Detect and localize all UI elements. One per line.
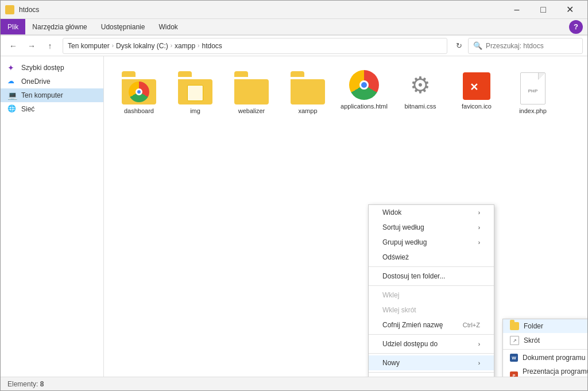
- title-bar-icon: [5, 5, 14, 14]
- submenu-item-skrot[interactable]: ↗ Skrót: [503, 333, 587, 348]
- context-menu: Widok › Sortuj według › Grupuj według › …: [368, 204, 494, 377]
- svg-text:✕: ✕: [470, 82, 478, 93]
- menu-item-sortuj[interactable]: Sortuj według ›: [369, 220, 494, 235]
- search-icon: 🔍: [473, 41, 482, 50]
- menu-item-cofnij[interactable]: Cofnij Zmień nazwę Ctrl+Z: [369, 318, 494, 332]
- submenu-label-word: Dokument programu Microsoft Word: [523, 354, 587, 362]
- word-small-icon: W: [510, 354, 518, 362]
- crumb-xampp[interactable]: xampp: [175, 42, 195, 50]
- crumb-sep-3: ›: [198, 42, 199, 49]
- sidebar-item-onedrive[interactable]: ☁ OneDrive: [1, 75, 103, 88]
- search-bar[interactable]: 🔍: [468, 38, 583, 54]
- menu-item-odswiez[interactable]: Odśwież: [369, 250, 494, 265]
- file-label-webalizer: webalizer: [238, 107, 265, 115]
- menu-sep-5: [369, 372, 494, 373]
- file-item-favicon[interactable]: ✕ favicon.ico: [451, 65, 502, 119]
- submenu-item-word[interactable]: W Dokument programu Microsoft Word: [503, 351, 587, 365]
- breadcrumb: Ten komputer › Dysk lokalny (C:) › xampp…: [68, 42, 222, 50]
- menu-arrow-nowy: ›: [478, 360, 480, 366]
- file-label-bitnami: bitnami.css: [404, 102, 436, 110]
- sidebar-item-tencomputer[interactable]: 💻 Ten komputer: [1, 88, 103, 102]
- network-icon: 🌐: [7, 104, 17, 114]
- menu-label-dostosuj: Dostosuj ten folder...: [382, 272, 445, 280]
- crumb-dysk[interactable]: Dysk lokalny (C:): [116, 42, 168, 50]
- menu-sep-3: [369, 334, 494, 335]
- submenu-item-ppt[interactable]: P Prezentacja programu Microsoft PowerPo…: [503, 365, 587, 377]
- menu-label-cofnij: Cofnij Zmień nazwę: [382, 321, 443, 329]
- tab-udostepnianie[interactable]: Udostępnianie: [94, 19, 152, 34]
- title-bar-controls: – □ ✕: [504, 1, 583, 19]
- sidebar-label-szybkidostep: Szybki dostęp: [21, 64, 64, 72]
- menu-arrow-udziel: ›: [478, 341, 480, 347]
- menu-label-wklejskrot: Wklej skrót: [382, 306, 416, 314]
- up-button[interactable]: ↑: [42, 38, 58, 54]
- search-input[interactable]: [486, 42, 578, 50]
- close-button[interactable]: ✕: [556, 1, 583, 19]
- star-icon: ✦: [7, 63, 17, 72]
- menu-item-grupuj[interactable]: Grupuj według ›: [369, 235, 494, 250]
- file-label-applications: applications.html: [341, 102, 388, 110]
- file-label-img: img: [190, 107, 200, 115]
- submenu-item-folder[interactable]: Folder ⬡: [503, 319, 587, 333]
- sidebar-item-siec[interactable]: 🌐 Sieć: [1, 102, 103, 116]
- menu-item-dostosuj[interactable]: Dostosuj ten folder...: [369, 269, 494, 284]
- menu-item-wlasciwosci[interactable]: Właściwości: [369, 374, 494, 377]
- menu-label-grupuj: Grupuj według: [382, 238, 427, 246]
- submenu-sep-1: [503, 349, 587, 350]
- sidebar-item-szybkidostep[interactable]: ✦ Szybki dostęp: [1, 61, 103, 75]
- sidebar-label-onedrive: OneDrive: [21, 78, 51, 86]
- ribbon: Plik Narzędzia główne Udostępnianie Wido…: [1, 19, 587, 36]
- shortcut-small-icon: ↗: [510, 336, 519, 345]
- crumb-tencomputer[interactable]: Ten komputer: [68, 42, 110, 50]
- cloud-icon: ☁: [7, 77, 17, 86]
- file-label-indexphp: index.php: [519, 107, 547, 115]
- title-bar: htdocs – □ ✕: [1, 1, 587, 19]
- tab-narzedzia[interactable]: Narzędzia główne: [25, 19, 94, 34]
- sidebar-label-siec: Sieć: [21, 105, 34, 113]
- minimize-button[interactable]: –: [504, 1, 530, 19]
- menu-item-nowy[interactable]: Nowy ›: [369, 355, 494, 370]
- tab-widok[interactable]: Widok: [152, 19, 184, 34]
- content-area: dashboard img webalizer: [104, 56, 587, 377]
- file-item-bitnami[interactable]: ⚙ bitnami.css: [394, 65, 446, 119]
- status-bar: Elementy: 8: [1, 377, 587, 390]
- file-label-favicon: favicon.ico: [462, 102, 492, 110]
- file-item-img[interactable]: img: [169, 65, 221, 119]
- refresh-button[interactable]: ↻: [452, 38, 466, 54]
- file-label-xampp: xampp: [298, 107, 317, 115]
- menu-sep-2: [369, 285, 494, 286]
- menu-arrow-sortuj: ›: [478, 224, 480, 231]
- crumb-sep-2: ›: [171, 42, 172, 49]
- menu-label-widok: Widok: [382, 208, 401, 216]
- window: htdocs – □ ✕ Plik Narzędzia główne Udost…: [0, 0, 588, 391]
- file-item-webalizer[interactable]: webalizer: [226, 65, 277, 119]
- submenu-label-folder: Folder: [524, 322, 543, 330]
- forward-button[interactable]: →: [24, 38, 40, 54]
- help-button[interactable]: ?: [569, 20, 583, 34]
- file-item-dashboard[interactable]: dashboard: [113, 65, 165, 119]
- php-file-icon: PHP: [528, 88, 537, 94]
- menu-arrow-widok: ›: [478, 210, 480, 216]
- menu-item-wklejskrot[interactable]: Wklej skrót: [369, 303, 494, 318]
- ico-file-icon: ✕: [463, 72, 490, 100]
- menu-item-widok[interactable]: Widok ›: [369, 205, 494, 220]
- main-area: ✦ Szybki dostęp ☁ OneDrive 💻 Ten kompute…: [1, 56, 587, 377]
- address-bar[interactable]: Ten komputer › Dysk lokalny (C:) › xampp…: [63, 38, 447, 54]
- submenu-label-skrot: Skrót: [524, 336, 540, 344]
- file-item-indexphp[interactable]: PHP index.php: [507, 65, 559, 119]
- file-item-xampp[interactable]: xampp: [282, 65, 334, 119]
- menu-label-nowy: Nowy: [382, 359, 400, 367]
- tab-plik[interactable]: Plik: [1, 19, 25, 34]
- computer-icon: 💻: [7, 91, 17, 100]
- file-item-applications[interactable]: applications.html: [338, 65, 390, 119]
- menu-shortcut-cofnij: Ctrl+Z: [463, 322, 480, 328]
- back-button[interactable]: ←: [5, 38, 21, 54]
- file-label-dashboard: dashboard: [124, 107, 154, 115]
- ribbon-tabs: Plik Narzędzia główne Udostępnianie Wido…: [1, 19, 587, 35]
- menu-item-wklej[interactable]: Wklej: [369, 288, 494, 303]
- menu-item-udziel[interactable]: Udziel dostępu do ›: [369, 336, 494, 351]
- status-count: 8: [40, 380, 44, 388]
- menu-sep-1: [369, 266, 494, 267]
- maximize-button[interactable]: □: [530, 1, 556, 19]
- crumb-sep-1: ›: [112, 42, 114, 49]
